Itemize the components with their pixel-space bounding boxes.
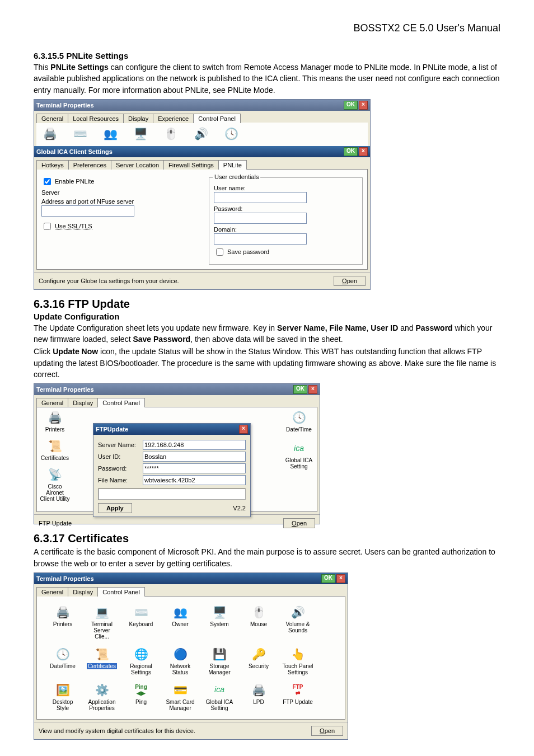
close-icon[interactable]: ×: [359, 147, 368, 156]
tab-general[interactable]: General: [36, 114, 68, 123]
system-icon[interactable]: 🖥️: [133, 126, 148, 142]
cp-terminal-server[interactable]: 💻Terminal Server Clie...: [86, 604, 118, 640]
printer-icon[interactable]: 🖨️: [42, 126, 58, 142]
cp-global-ica[interactable]: icaGlobal ICA Setting: [204, 682, 235, 711]
tab-firewall[interactable]: Firewall Settings: [163, 160, 219, 170]
mouse-icon: 🖱️: [251, 604, 266, 620]
printer-icon: 🖨️: [55, 604, 71, 620]
cp-system[interactable]: 🖥️System: [204, 604, 235, 640]
label: Certificates: [87, 663, 117, 669]
cp-datetime[interactable]: 🕓Date/Time: [47, 646, 78, 675]
t: Password: [416, 323, 453, 332]
keyboard-icon[interactable]: ⌨️: [72, 126, 88, 142]
cp-printers[interactable]: 🖨️Printers: [47, 604, 78, 640]
group-legend: User credentials: [213, 173, 260, 180]
title-text: Global ICA Client Settings: [36, 148, 113, 155]
mouse-icon[interactable]: 🖱️: [163, 126, 179, 142]
tab-control-panel[interactable]: Control Panel: [97, 587, 145, 597]
file-name-input[interactable]: [143, 475, 246, 485]
cp-desktop-style[interactable]: 🖼️Desktop Style: [47, 682, 78, 711]
open-button[interactable]: OOpenpen: [334, 276, 366, 286]
tab-server-location[interactable]: Server Location: [111, 160, 164, 170]
tab-pnlite[interactable]: PNLite: [218, 160, 247, 170]
cp-keyboard[interactable]: ⌨️Keyboard: [125, 604, 157, 640]
ok-button[interactable]: OK: [293, 385, 307, 394]
cp-lpd[interactable]: 🖨️LPD: [243, 682, 274, 711]
cp-volume[interactable]: 🔊Volume & Sounds: [282, 604, 313, 640]
label: Mouse: [250, 621, 267, 627]
cp-network-status[interactable]: 🔵Network Status: [165, 646, 196, 675]
label: Keyboard: [129, 621, 153, 627]
apply-button[interactable]: Apply: [98, 503, 132, 513]
close-icon[interactable]: ×: [239, 425, 248, 434]
desktop-icon: 🖼️: [55, 682, 71, 698]
ok-button[interactable]: OK: [344, 101, 358, 110]
username-input[interactable]: [214, 192, 307, 203]
open-button[interactable]: Open: [283, 518, 315, 528]
ica-icon: ica: [212, 682, 227, 698]
enable-pnlite-label: Enable PNLite: [55, 178, 94, 185]
close-icon[interactable]: ×: [359, 101, 368, 110]
cp-owner[interactable]: 👥Owner: [165, 604, 196, 640]
cp-ping[interactable]: Ping◀▶Ping: [125, 682, 157, 711]
volume-icon[interactable]: 🔊: [193, 126, 209, 142]
server-name-input[interactable]: [143, 440, 246, 450]
close-icon[interactable]: ×: [336, 574, 345, 583]
status-text: View and modify system digital certifica…: [39, 727, 195, 734]
password-input[interactable]: [214, 213, 307, 224]
enable-pnlite-checkbox[interactable]: [44, 178, 51, 185]
cp-ftp-update[interactable]: FTP⇄FTP Update: [282, 682, 313, 711]
datetime-icon[interactable]: 🕓: [223, 126, 239, 142]
tab-control-panel[interactable]: Control Panel: [97, 398, 145, 407]
tabs: General Display Control Panel: [34, 395, 320, 407]
cp-touch-panel[interactable]: 👆Touch Panel Settings: [282, 646, 313, 675]
cp-certificates[interactable]: 📜Certificates: [39, 438, 71, 461]
password-input[interactable]: [143, 463, 246, 473]
label: Date/Time: [50, 663, 76, 669]
heading-certificates: 6.3.17 Certificates: [34, 532, 500, 545]
cp-storage[interactable]: 💾Storage Manager: [204, 646, 235, 675]
tab-display[interactable]: Display: [68, 398, 98, 407]
close-icon[interactable]: ×: [308, 385, 317, 394]
tabs-outer: General Local Resources Display Experien…: [34, 111, 370, 123]
cp-certificates[interactable]: 📜Certificates: [86, 646, 118, 675]
cp-global-ica[interactable]: icaGlobal ICA Setting: [283, 440, 315, 469]
cp-app-properties[interactable]: ⚙️Application Properties: [86, 682, 118, 711]
tab-general[interactable]: General: [36, 587, 68, 597]
t: and: [398, 323, 415, 332]
label: Storage Manager: [204, 663, 235, 675]
cp-regional[interactable]: 🌐Regional Settings: [125, 646, 157, 675]
cp-smart-card[interactable]: 💳Smart Card Manager: [165, 682, 196, 711]
tab-experience[interactable]: Experience: [153, 114, 194, 123]
para-certificates: A certificate is the basic component of …: [34, 546, 500, 569]
cp-datetime[interactable]: 🕓Date/Time: [283, 410, 315, 433]
tab-preferences[interactable]: Preferences: [68, 160, 111, 170]
ok-button[interactable]: OK: [344, 147, 358, 156]
tab-general[interactable]: General: [36, 398, 68, 407]
tab-control-panel[interactable]: Control Panel: [193, 114, 241, 123]
cp-printers[interactable]: 🖨️Printers: [39, 410, 71, 433]
owner-icon[interactable]: 👥: [102, 126, 118, 142]
save-password-checkbox[interactable]: [216, 248, 223, 256]
tab-display[interactable]: Display: [68, 587, 98, 597]
address-input[interactable]: [41, 205, 134, 217]
cp-cisco[interactable]: 📡Cisco Aironet Client Utility: [39, 467, 71, 502]
cp-mouse[interactable]: 🖱️Mouse: [243, 604, 274, 640]
open-button[interactable]: Open: [311, 726, 343, 736]
cp-security[interactable]: 🔑Security: [243, 646, 274, 675]
ssl-label: Use SSL/TLS: [55, 223, 92, 230]
tab-display[interactable]: Display: [123, 114, 153, 123]
tab-hotkeys[interactable]: Hotkeys: [36, 160, 69, 170]
user-id-input[interactable]: [143, 452, 246, 462]
smartcard-icon: 💳: [172, 682, 188, 698]
clock-icon: 🕓: [55, 646, 71, 662]
ok-button[interactable]: OK: [321, 574, 335, 583]
username-label: User name:: [214, 185, 358, 191]
label: Touch Panel Settings: [282, 663, 313, 675]
ssl-checkbox[interactable]: [44, 223, 51, 230]
globe-icon: 🌐: [133, 646, 149, 662]
tab-local-resources[interactable]: Local Resources: [68, 114, 124, 123]
server-label: Server: [41, 189, 195, 196]
file-name-label: File Name:: [98, 477, 143, 483]
domain-input[interactable]: [214, 233, 307, 245]
